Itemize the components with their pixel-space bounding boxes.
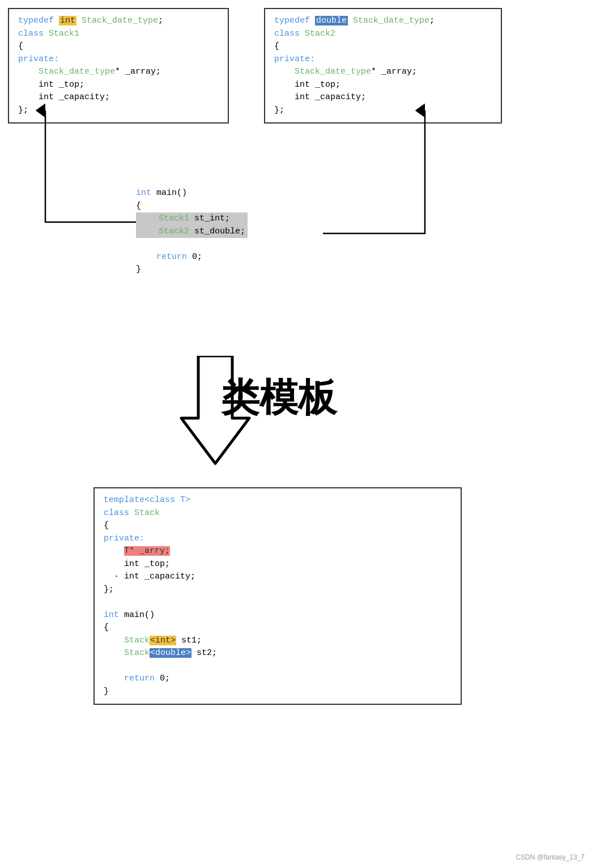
code-box-stack-template: template<class T> class Stack { private:… bbox=[93, 487, 462, 705]
code-line-highlighted-pink: T* _arry; bbox=[104, 545, 452, 558]
code-line: int _top; bbox=[274, 79, 492, 92]
code-line-stack-double: Stack<double> st2; bbox=[104, 647, 452, 660]
code-line: Stack_date_type* _array; bbox=[18, 66, 219, 79]
code-line: } bbox=[136, 263, 248, 276]
code-line: typedef double Stack_date_type; bbox=[274, 15, 492, 28]
middle-code-block: int main() { Stack1 st_int; Stack2 st_do… bbox=[136, 187, 248, 276]
arrow-stack2 bbox=[323, 110, 425, 233]
code-line: }; bbox=[18, 104, 219, 117]
code-line: { bbox=[274, 40, 492, 53]
code-line: }; bbox=[104, 584, 452, 597]
code-line: int main() bbox=[136, 187, 248, 200]
code-line: private: bbox=[18, 53, 219, 66]
class-template-label: 类模板 bbox=[221, 368, 337, 426]
code-line: return 0; bbox=[136, 251, 248, 264]
arrow-stack1 bbox=[45, 110, 136, 222]
code-line bbox=[104, 596, 452, 609]
code-line: Stack_date_type* _array; bbox=[274, 66, 492, 79]
code-line: int _capacity; bbox=[274, 91, 492, 104]
code-line: class Stack1 bbox=[18, 28, 219, 41]
code-line: { bbox=[136, 200, 248, 213]
code-line bbox=[136, 238, 248, 251]
watermark: CSDN @fantasy_13_7 bbox=[516, 852, 585, 862]
code-line: class Stack bbox=[104, 507, 452, 520]
code-box-stack2: typedef double Stack_date_type; class St… bbox=[264, 8, 502, 124]
code-line-stack-int: Stack<int> st1; bbox=[104, 635, 452, 648]
code-line bbox=[104, 660, 452, 673]
code-box-stack1: typedef int Stack_date_type; class Stack… bbox=[8, 8, 229, 124]
code-line: · int _capacity; bbox=[104, 571, 452, 584]
code-line: template<class T> bbox=[104, 494, 452, 507]
code-line: class Stack2 bbox=[274, 28, 492, 41]
code-line: }; bbox=[274, 104, 492, 117]
code-line: { bbox=[18, 40, 219, 53]
code-line: { bbox=[104, 622, 452, 635]
code-line-highlighted: Stack1 st_int; bbox=[136, 212, 248, 225]
code-line: int main() bbox=[104, 609, 452, 622]
code-line-highlighted: Stack2 st_double; bbox=[136, 225, 248, 239]
code-line: private: bbox=[104, 533, 452, 546]
code-line: private: bbox=[274, 53, 492, 66]
code-line: int _capacity; bbox=[18, 91, 219, 104]
code-line: { bbox=[104, 520, 452, 533]
code-line: typedef int Stack_date_type; bbox=[18, 15, 219, 28]
code-line: return 0; bbox=[104, 673, 452, 686]
code-line: } bbox=[104, 686, 452, 699]
code-line: int _top; bbox=[104, 558, 452, 571]
code-line: int _top; bbox=[18, 79, 219, 92]
